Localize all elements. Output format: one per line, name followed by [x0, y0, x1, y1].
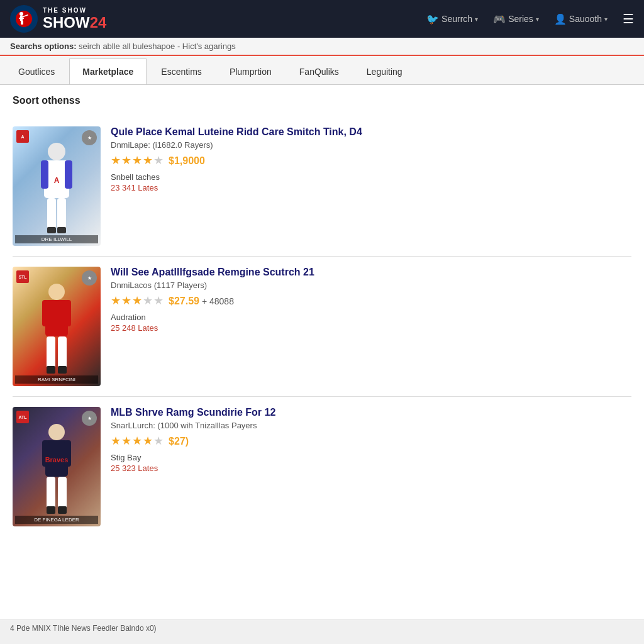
star-filled: ★ — [121, 434, 131, 448]
card-label-1: DRE ILLWILL — [15, 235, 98, 243]
nav-search[interactable]: 🐦 Seurrch ▾ — [426, 13, 478, 25]
listing-details-3: MLB Shrve Ramg Scundirie For 12SnarLLurc… — [111, 407, 631, 473]
svg-rect-32 — [47, 506, 55, 514]
listing-count-2: 25 248 Lates — [111, 323, 631, 333]
listing-title-3: MLB Shrve Ramg Scundirie For 12 — [111, 407, 631, 418]
svg-rect-4 — [19, 18, 24, 19]
stars-1: ★★★★★ — [111, 153, 164, 167]
tab-marketplace[interactable]: Marketplace — [69, 58, 147, 84]
listing-details-2: Will See Apatlllfgsade Remgine Scutrch 2… — [111, 267, 631, 333]
svg-point-25 — [48, 424, 65, 440]
star-filled: ★ — [111, 294, 121, 308]
svg-rect-6 — [22, 21, 23, 25]
header-nav: 🐦 Seurrch ▾ 🎮 Series ▾ 👤 Sauooth ▾ ☰ — [426, 11, 634, 26]
svg-rect-14 — [47, 227, 56, 233]
mlb-logo — [10, 5, 38, 33]
listing-subtitle-3: SnarLLurch: (1000 wih Tnizalllas Payers — [111, 421, 631, 430]
nav-profile[interactable]: 👤 Sauooth ▾ — [554, 13, 608, 25]
player-silhouette-3: Braves — [19, 419, 94, 526]
listing-price-extra-2: + 48088 — [202, 296, 234, 306]
listing-count-1: 23 341 Lates — [111, 183, 631, 192]
svg-rect-19 — [42, 300, 49, 326]
hamburger-menu-button[interactable]: ☰ — [623, 11, 634, 26]
svg-rect-5 — [21, 21, 22, 25]
card-image-3: ★ATL Braves DE FINEGA LEDER — [13, 407, 101, 526]
star-filled: ★ — [132, 294, 142, 308]
svg-rect-13 — [57, 198, 66, 230]
stars-3: ★★★★★ — [111, 434, 164, 448]
controller-icon: 🎮 — [493, 13, 506, 25]
logo-area: THE SHOW SHOW 24 — [10, 5, 106, 33]
sort-header: Soort othenss — [13, 95, 631, 106]
svg-text:Braves: Braves — [45, 456, 69, 464]
star-filled: ★ — [132, 434, 142, 448]
player-silhouette-2 — [19, 279, 94, 386]
search-options-label: Searchs options: — [10, 42, 76, 51]
profile-icon: 👤 — [554, 13, 567, 25]
svg-point-17 — [48, 284, 65, 300]
tabs-bar: GoutlicesMarketplaceEscentimsPlumprtionF… — [0, 56, 644, 85]
svg-rect-10 — [41, 160, 48, 189]
twitter-icon: 🐦 — [426, 13, 439, 25]
svg-rect-11 — [65, 160, 72, 189]
svg-point-2 — [19, 12, 23, 16]
card-label-3: DE FINEGA LEDER — [15, 516, 98, 524]
svg-rect-23 — [47, 366, 55, 374]
star-filled: ★ — [121, 294, 131, 308]
svg-rect-30 — [47, 477, 55, 509]
tab-goutlices[interactable]: Goutlices — [5, 58, 68, 84]
star-empty: ★ — [153, 434, 164, 448]
stars-price-row-2: ★★★★★$27.59+ 48088 — [111, 294, 631, 310]
stars-price-row-3: ★★★★★$27) — [111, 434, 631, 450]
footer-text: 4 Pde MNIX TIhle News Feedler Balndo x0) — [10, 624, 157, 633]
star-filled: ★ — [143, 434, 153, 448]
star-empty: ★ — [143, 294, 153, 308]
star-filled: ★ — [132, 153, 142, 167]
listing-details-1: Qule Place Kemal Luteine Ridd Care Smitc… — [111, 126, 631, 192]
search-options-hint: seirch ablle all buleshapoe - Hict's aga… — [79, 42, 236, 51]
svg-rect-22 — [58, 336, 67, 369]
svg-rect-20 — [64, 300, 71, 326]
listing-title-1: Qule Place Kemal Luteine Ridd Care Smitc… — [111, 126, 631, 138]
listing-item-1[interactable]: ★A A DRE ILLWILLQule Place Kemal Luteine… — [13, 116, 631, 257]
main-content: Soort othenss ★A A DRE ILLWILLQule Place… — [0, 85, 644, 619]
svg-point-8 — [48, 143, 65, 160]
search-options-bar: Searchs options: seirch ablle all bulesh… — [0, 38, 644, 56]
svg-rect-21 — [47, 336, 55, 369]
listing-subtitle-1: DnmiLape: (i1682.0 Rayers) — [111, 140, 631, 150]
listing-item-3[interactable]: ★ATL Braves DE FINEGA LEDERMLB Shrve Ram… — [13, 397, 631, 536]
listing-item-2[interactable]: ★STL RAMI SRNFCINIWill See Apatlllfgsade… — [13, 257, 631, 397]
listing-price-2: $27.59 — [169, 296, 199, 307]
listing-price-1: $1,9000 — [169, 155, 205, 167]
tab-escentims[interactable]: Escentims — [148, 58, 215, 84]
chevron-down-icon: ▾ — [475, 16, 478, 23]
listing-price-3: $27) — [169, 436, 189, 447]
svg-rect-31 — [58, 477, 67, 509]
nav-series[interactable]: 🎮 Series ▾ — [493, 13, 539, 25]
star-filled: ★ — [121, 153, 131, 167]
listing-count-3: 25 323 Lates — [111, 464, 631, 473]
footer: 4 Pde MNIX TIhle News Feedler Balndo x0) — [0, 619, 644, 636]
star-filled: ★ — [111, 434, 121, 448]
listing-type-3: Stig Bay — [111, 453, 631, 462]
tab-leguiting[interactable]: Leguiting — [353, 58, 416, 84]
star-filled: ★ — [143, 153, 153, 167]
stars-price-row-1: ★★★★★$1,9000 — [111, 153, 631, 170]
star-empty: ★ — [153, 153, 164, 167]
card-label-2: RAMI SRNFCINI — [15, 375, 98, 384]
listing-subtitle-2: DnmiLacos (1117 Players) — [111, 280, 631, 290]
tab-plumprtion[interactable]: Plumprtion — [216, 58, 285, 84]
tab-fanquliks[interactable]: FanQuliks — [286, 58, 352, 84]
chevron-down-icon-series: ▾ — [536, 16, 539, 23]
listing-type-1: Snbell taches — [111, 172, 631, 182]
star-empty: ★ — [153, 294, 164, 308]
svg-rect-12 — [47, 198, 56, 230]
card-image-1: ★A A DRE ILLWILL — [13, 126, 101, 246]
stars-2: ★★★★★ — [111, 294, 164, 308]
card-image-2: ★STL RAMI SRNFCINI — [13, 267, 101, 386]
star-filled: ★ — [111, 153, 121, 167]
svg-rect-15 — [57, 227, 66, 233]
listing-type-2: Audration — [111, 313, 631, 322]
svg-rect-24 — [58, 366, 67, 374]
player-silhouette-1: A — [19, 139, 94, 246]
